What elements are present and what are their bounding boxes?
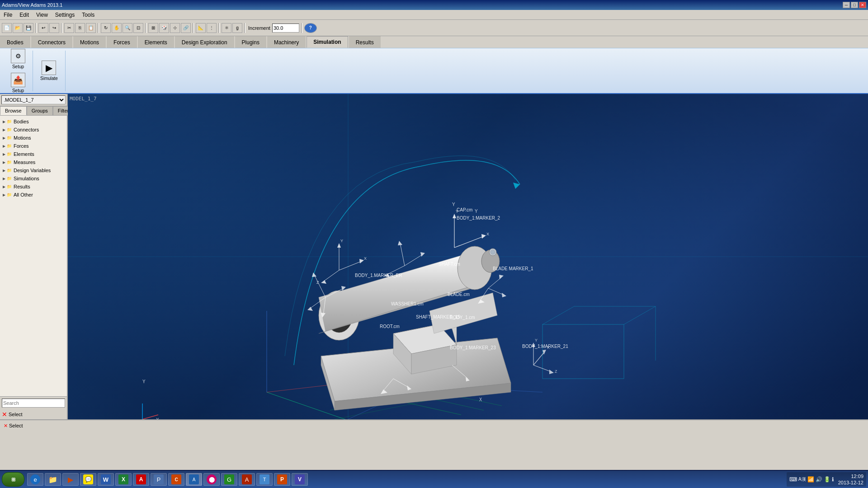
taskbar-app-messenger[interactable]: 💬 — [80, 473, 96, 486]
tree-item-bodies[interactable]: ▶ 📁 Bodies — [1, 117, 66, 126]
taskbar-app-visio[interactable]: V — [292, 473, 308, 486]
model-dropdown[interactable]: .MODEL_1_7 — [1, 95, 66, 104]
taskbar-app-explorer[interactable]: 📁 — [45, 473, 61, 486]
taskbar-app-excel[interactable]: X — [115, 473, 132, 486]
simulate-label: Simulate — [40, 76, 58, 81]
menu-settings[interactable]: Settings — [52, 10, 78, 19]
close-button[interactable]: ✕ — [859, 2, 866, 8]
battery-icon: 🔋 — [824, 476, 830, 483]
tree-item-all-other[interactable]: ▶ 📁 All Other — [1, 191, 66, 199]
tree-item-simulations[interactable]: ▶ 📁 Simulations — [1, 174, 66, 183]
svg-text:WASSHER1.cm: WASSHER1.cm — [391, 301, 424, 306]
select-mode-button[interactable]: ⊹ — [170, 23, 180, 33]
save-button[interactable]: 💾 — [24, 23, 33, 33]
tree-label: Bodies — [14, 119, 29, 124]
menu-file[interactable]: File — [0, 10, 16, 19]
tab-elements[interactable]: Elements — [138, 36, 174, 48]
network-icon[interactable]: 📶 — [807, 476, 814, 483]
volume-icon[interactable]: 🔊 — [816, 476, 822, 483]
tab-design-exploration[interactable]: Design Exploration — [175, 36, 234, 48]
help-button[interactable]: ? — [304, 23, 317, 33]
snap-button[interactable]: 🔗 — [181, 23, 191, 33]
view3d-button[interactable]: 🎲 — [159, 23, 169, 33]
new-button[interactable]: 📄 — [2, 23, 12, 33]
lang-icon[interactable]: A漢 — [798, 476, 806, 483]
taskbar-app-app2[interactable]: G — [221, 473, 237, 486]
tree-label: Design Variables — [14, 168, 51, 173]
tree-item-results[interactable]: ▶ 📁 Results — [1, 183, 66, 191]
taskbar-app-media[interactable]: ▶ — [62, 473, 79, 486]
svg-text:SHAFT.cm: SHAFT.cm — [439, 262, 460, 267]
measure-button[interactable]: 📐 — [196, 23, 206, 33]
tab-plugins[interactable]: Plugins — [235, 36, 266, 48]
taskbar-app-project[interactable]: P — [151, 473, 167, 486]
tab-motions[interactable]: Motions — [73, 36, 106, 48]
tab-connectors[interactable]: Connectors — [31, 36, 72, 48]
tree-item-motions[interactable]: ▶ 📁 Motions — [1, 134, 66, 142]
left-panel: .MODEL_1_7 Browse Groups Filters ▶ 📁 Bod… — [0, 94, 68, 419]
folder-icon: 📁 — [6, 167, 12, 174]
browse-tab-groups[interactable]: Groups — [27, 106, 53, 115]
menu-view[interactable]: View — [33, 10, 52, 19]
taskbar-app-ie[interactable]: e — [27, 473, 43, 486]
svg-text:Y: Y — [340, 239, 343, 243]
taskbar-app-ppt[interactable]: P — [274, 473, 290, 486]
minimize-button[interactable]: ─ — [843, 2, 850, 8]
viewport[interactable]: MODEL_1_7 — [68, 94, 868, 419]
menu-edit[interactable]: Edit — [16, 10, 33, 19]
toolbar: 📄 📂 💾 ↩ ↪ ✂ ⎘ 📋 ↻ ✋ 🔍 ⊡ ⊞ 🎲 ⊹ 🔗 📐 ⋮ ⚛ g … — [0, 20, 868, 36]
separator-7 — [244, 23, 245, 33]
taskbar-app-acrobat[interactable]: A — [133, 473, 149, 486]
search-input[interactable] — [2, 399, 65, 408]
taskbar-app-adams[interactable]: A — [186, 473, 202, 486]
tab-bodies[interactable]: Bodies — [0, 36, 30, 48]
expand-icon: ▶ — [3, 160, 5, 164]
tree-item-design-variables[interactable]: ▶ 📁 Design Variables — [1, 166, 66, 174]
svg-text:BLADE MARKER_1: BLADE MARKER_1 — [493, 266, 533, 271]
separator-1 — [35, 23, 37, 33]
taskbar-app-app1[interactable]: ⬤ — [203, 473, 220, 486]
select-button[interactable]: ✕ Select — [0, 409, 67, 419]
gravity-button[interactable]: g — [232, 23, 242, 33]
explorer-icon: 📁 — [48, 474, 58, 484]
tab-results[interactable]: Results — [349, 36, 381, 48]
menu-tools[interactable]: Tools — [78, 10, 98, 19]
taskbar-app-catia[interactable]: C — [168, 473, 184, 486]
tree-item-forces[interactable]: ▶ 📁 Forces — [1, 142, 66, 150]
paste-button[interactable]: 📋 — [86, 23, 96, 33]
excel-icon: X — [118, 474, 128, 484]
setup-button[interactable]: ⚙ Setup — [9, 48, 27, 70]
more-button[interactable]: ⋮ — [207, 23, 217, 33]
tree-item-connectors[interactable]: ▶ 📁 Connectors — [1, 126, 66, 134]
tab-forces[interactable]: Forces — [107, 36, 137, 48]
folder-icon: 📁 — [6, 118, 12, 125]
svg-text:BODY_1:MARKER_23: BODY_1:MARKER_23 — [450, 345, 496, 350]
rotate-button[interactable]: ↻ — [101, 23, 111, 33]
menu-bar: File Edit View Settings Tools — [0, 10, 868, 20]
taskbar-app-app3[interactable]: A — [239, 473, 255, 486]
browse-tab-browse[interactable]: Browse — [0, 106, 27, 115]
setup-sub-button[interactable]: 📤 Setup — [9, 72, 27, 94]
simulate-button[interactable]: ▶ Simulate — [38, 60, 60, 82]
start-button[interactable]: ⊞ — [2, 472, 24, 487]
redo-button[interactable]: ↪ — [49, 23, 59, 33]
taskbar-app-word[interactable]: W — [98, 473, 114, 486]
tab-machinery[interactable]: Machinery — [267, 36, 306, 48]
open-button[interactable]: 📂 — [13, 23, 23, 33]
tab-simulation[interactable]: Simulation — [307, 36, 348, 48]
zoom-box-button[interactable]: ⊡ — [133, 23, 143, 33]
zoom-button[interactable]: 🔍 — [123, 23, 132, 33]
maximize-button[interactable]: □ — [851, 2, 858, 8]
physics-button[interactable]: ⚛ — [222, 23, 231, 33]
fit-button[interactable]: ⊞ — [148, 23, 158, 33]
setup-sub-label: Setup — [12, 88, 24, 93]
pan-button[interactable]: ✋ — [112, 23, 122, 33]
undo-button[interactable]: ↩ — [38, 23, 48, 33]
keyboard-icon[interactable]: ⌨ — [789, 476, 797, 483]
tree-item-elements[interactable]: ▶ 📁 Elements — [1, 150, 66, 158]
cut-button[interactable]: ✂ — [64, 23, 74, 33]
taskbar-app-talk[interactable]: T — [256, 473, 273, 486]
increment-input[interactable] — [272, 23, 299, 33]
copy-button[interactable]: ⎘ — [75, 23, 85, 33]
tree-item-measures[interactable]: ▶ 📁 Measures — [1, 158, 66, 166]
